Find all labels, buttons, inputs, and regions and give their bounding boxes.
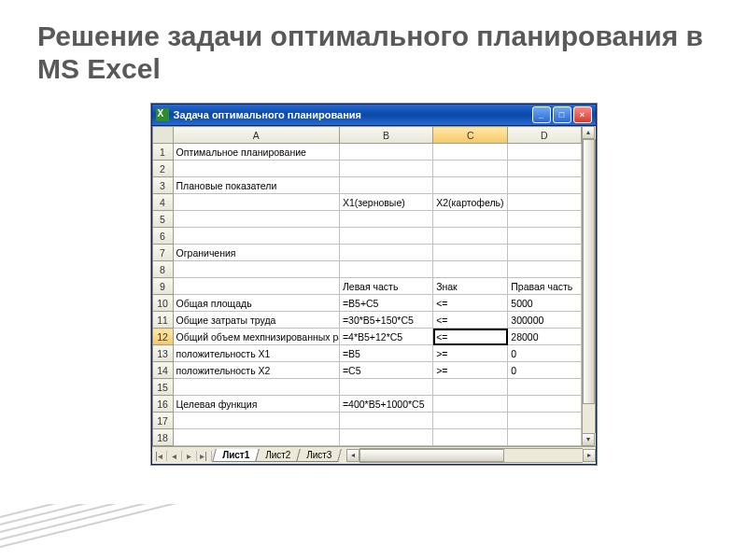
cell[interactable]	[508, 161, 581, 177]
minimize-button[interactable]: _	[532, 106, 551, 123]
cell[interactable]	[508, 144, 581, 161]
cell[interactable]	[433, 379, 508, 396]
cell[interactable]	[339, 211, 432, 228]
cell[interactable]: Знак	[433, 278, 508, 295]
cell[interactable]	[508, 245, 581, 261]
cell[interactable]	[508, 261, 581, 278]
cell[interactable]	[173, 211, 339, 228]
cell[interactable]	[339, 413, 432, 429]
row-header[interactable]: 4	[152, 194, 173, 211]
cell[interactable]	[173, 278, 339, 295]
cell[interactable]	[339, 177, 432, 194]
cell[interactable]	[339, 228, 432, 245]
cell[interactable]: X1(зерновые)	[339, 194, 432, 211]
vertical-scrollbar[interactable]: ▴ ▾	[582, 126, 596, 446]
cell[interactable]	[339, 379, 432, 396]
cell[interactable]	[433, 144, 508, 161]
sheet-tab-active[interactable]: Лист1	[212, 449, 260, 462]
cell[interactable]: <=	[433, 329, 508, 345]
cell[interactable]	[173, 161, 339, 177]
cell[interactable]	[433, 177, 508, 194]
cell[interactable]: Ограничения	[173, 245, 339, 261]
cell[interactable]	[433, 429, 508, 446]
cell[interactable]: >=	[433, 345, 508, 362]
scroll-left-icon[interactable]: ◂	[346, 449, 359, 462]
cell[interactable]	[339, 245, 432, 261]
tab-prev-icon[interactable]: ◂	[167, 451, 182, 461]
sheet-tab[interactable]: Лист3	[296, 449, 342, 462]
cell[interactable]	[508, 429, 581, 446]
cell[interactable]	[339, 144, 432, 161]
cell[interactable]: Правая часть	[508, 278, 581, 295]
cell[interactable]	[433, 245, 508, 261]
cell[interactable]	[433, 396, 508, 413]
row-header[interactable]: 14	[152, 362, 173, 379]
cell[interactable]	[339, 429, 432, 446]
titlebar[interactable]: Задача оптимального планирования _ □ ×	[152, 105, 596, 126]
cell[interactable]	[433, 413, 508, 429]
col-header-C[interactable]: C	[433, 127, 508, 144]
cell[interactable]: 300000	[508, 312, 581, 329]
cell[interactable]	[173, 429, 339, 446]
sheet-tab[interactable]: Лист2	[255, 449, 301, 462]
cell[interactable]: 0	[508, 362, 581, 379]
cell[interactable]: =30*B5+150*C5	[339, 312, 432, 329]
cell[interactable]: =B5+C5	[339, 295, 432, 312]
cell[interactable]	[173, 379, 339, 396]
scroll-track-h[interactable]	[359, 448, 582, 463]
row-header[interactable]: 18	[152, 429, 173, 446]
scroll-right-icon[interactable]: ▸	[583, 449, 596, 462]
col-header-D[interactable]: D	[508, 127, 581, 144]
row-header[interactable]: 3	[152, 177, 173, 194]
row-header[interactable]: 15	[152, 379, 173, 396]
row-header[interactable]: 16	[152, 396, 173, 413]
cell[interactable]	[433, 161, 508, 177]
cell[interactable]: 0	[508, 345, 581, 362]
scroll-track-v[interactable]	[582, 139, 596, 433]
cell[interactable]	[173, 194, 339, 211]
cell[interactable]: =C5	[339, 362, 432, 379]
cell[interactable]	[508, 211, 581, 228]
cell[interactable]	[508, 194, 581, 211]
cell[interactable]: 5000	[508, 295, 581, 312]
cell[interactable]	[433, 228, 508, 245]
row-header[interactable]: 5	[152, 211, 173, 228]
scroll-thumb-h[interactable]	[359, 449, 504, 462]
row-header[interactable]: 11	[152, 312, 173, 329]
cell[interactable]: =4*B5+12*C5	[339, 329, 432, 345]
cell[interactable]	[173, 261, 339, 278]
cell[interactable]: положительность X1	[173, 345, 339, 362]
cell[interactable]	[508, 413, 581, 429]
tab-nav-buttons[interactable]: |◂ ◂ ▸ ▸|	[152, 451, 212, 461]
cell[interactable]: Общая площадь	[173, 295, 339, 312]
row-header[interactable]: 2	[152, 161, 173, 177]
cell[interactable]: =B5	[339, 345, 432, 362]
tab-next-icon[interactable]: ▸	[182, 451, 197, 461]
cell[interactable]	[508, 396, 581, 413]
spreadsheet-grid[interactable]: A B C D 1Оптимальное планирование23Плано…	[152, 126, 582, 446]
row-header[interactable]: 1	[152, 144, 173, 161]
row-header[interactable]: 6	[152, 228, 173, 245]
close-button[interactable]: ×	[573, 106, 592, 123]
scroll-up-icon[interactable]: ▴	[582, 126, 595, 139]
cell[interactable]: Общие затраты труда	[173, 312, 339, 329]
row-header[interactable]: 17	[152, 413, 173, 429]
horizontal-scrollbar[interactable]: ◂ ▸	[346, 449, 595, 462]
cell[interactable]: >=	[433, 362, 508, 379]
select-all-corner[interactable]	[152, 127, 173, 144]
cell[interactable]	[339, 261, 432, 278]
row-header[interactable]: 8	[152, 261, 173, 278]
tab-first-icon[interactable]: |◂	[152, 451, 167, 461]
col-header-B[interactable]: B	[339, 127, 432, 144]
cell[interactable]	[339, 161, 432, 177]
scroll-down-icon[interactable]: ▾	[582, 433, 595, 446]
scroll-thumb-v[interactable]	[583, 139, 595, 404]
row-header[interactable]: 12	[152, 329, 173, 345]
cell[interactable]	[433, 211, 508, 228]
cell[interactable]: =400*B5+1000*C5	[339, 396, 432, 413]
cell[interactable]	[173, 228, 339, 245]
cell[interactable]: Плановые показатели	[173, 177, 339, 194]
cell[interactable]	[508, 177, 581, 194]
row-header[interactable]: 13	[152, 345, 173, 362]
tab-last-icon[interactable]: ▸|	[197, 451, 212, 461]
